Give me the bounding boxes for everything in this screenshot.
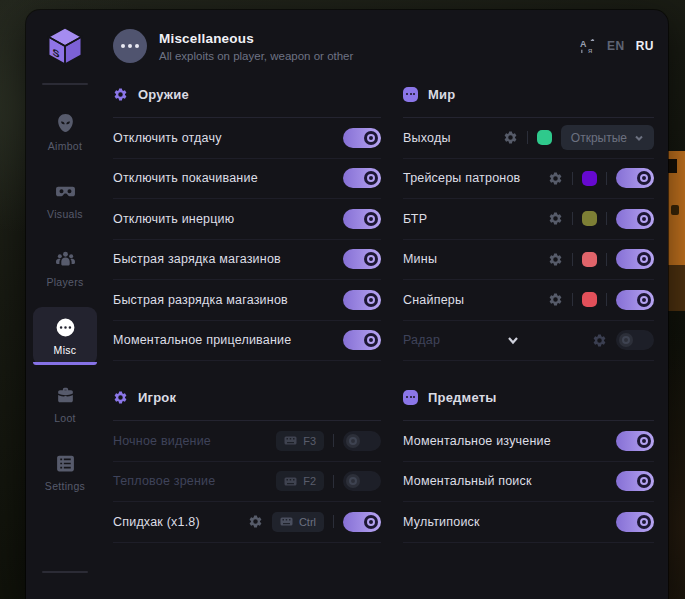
chevron-down-icon	[634, 133, 644, 143]
gear-icon[interactable]	[592, 333, 607, 348]
alien-icon	[55, 113, 76, 134]
exits-dropdown[interactable]: Открытые	[561, 125, 654, 150]
divider	[572, 293, 573, 306]
gear-icon[interactable]	[248, 514, 263, 529]
toggle[interactable]	[616, 209, 654, 229]
color-swatch[interactable]	[582, 171, 597, 186]
sidebar-item-aimbot[interactable]: Aimbot	[33, 103, 97, 161]
gear-icon[interactable]	[548, 252, 563, 267]
feature-label: Радар	[403, 333, 440, 347]
sidebar-item-players[interactable]: Players	[33, 239, 97, 297]
color-swatch[interactable]	[582, 252, 597, 267]
toggle[interactable]	[616, 168, 654, 188]
toggle[interactable]	[343, 128, 381, 148]
section-title: Предметы	[428, 390, 497, 405]
section-title: Мир	[428, 87, 455, 102]
sidebar-item-visuals[interactable]: Visuals	[33, 171, 97, 229]
sidebar-item-misc[interactable]: Misc	[33, 307, 97, 365]
sidebar-item-label: Visuals	[47, 208, 83, 220]
feature-label: Ночное видение	[113, 434, 211, 448]
divider	[572, 253, 573, 266]
hotkey-badge[interactable]: F3	[276, 431, 324, 451]
feature-row: Быстрая разрядка магазинов	[113, 280, 381, 321]
feature-label: Моментальное прицеливание	[113, 333, 291, 347]
sections-grid: Оружие Отключить отдачу Отключить покачи…	[104, 78, 668, 543]
feature-label: Мины	[403, 252, 437, 266]
language-switcher: A я EN RU	[579, 38, 654, 55]
divider	[606, 253, 607, 266]
toggle[interactable]	[343, 330, 381, 350]
color-swatch[interactable]	[582, 211, 597, 226]
toggle[interactable]	[616, 471, 654, 491]
feature-label: Выходы	[403, 131, 451, 145]
briefcase-icon	[55, 385, 76, 406]
feature-row: Ночное видение F3	[113, 421, 381, 462]
feature-row: Моментальное изучение	[403, 421, 654, 462]
hotkey-badge[interactable]: Ctrl	[272, 512, 324, 532]
chevron-down-icon[interactable]	[506, 333, 520, 347]
sidebar-item-label: Aimbot	[48, 140, 82, 152]
left-column: Оружие Отключить отдачу Отключить покачи…	[113, 84, 381, 543]
feature-label: Быстрая разрядка магазинов	[113, 293, 288, 307]
toggle[interactable]	[616, 512, 654, 532]
misc-ellipsis-badge-icon	[113, 29, 147, 63]
color-swatch[interactable]	[537, 130, 552, 145]
gear-icon	[113, 87, 128, 102]
vr-goggles-icon	[55, 181, 76, 202]
toggle[interactable]	[616, 431, 654, 451]
section-title: Игрок	[138, 390, 176, 405]
gear-icon[interactable]	[503, 130, 518, 145]
cheat-menu-window: S G Aimbot Visuals Players Misc Loot Set…	[26, 10, 668, 599]
toggle[interactable]	[343, 512, 381, 532]
section-world: Мир Выходы Открытые Трейсеры патрон	[403, 84, 654, 361]
players-icon	[55, 249, 76, 270]
feature-row: Снайперы	[403, 280, 654, 321]
toggle[interactable]	[343, 209, 381, 229]
section-title: Оружие	[138, 87, 189, 102]
svg-text:A: A	[580, 38, 587, 48]
sidebar-item-settings[interactable]: Settings	[33, 443, 97, 501]
toggle[interactable]	[616, 330, 654, 350]
gear-icon[interactable]	[548, 211, 563, 226]
feature-label: Отключить инерцию	[113, 212, 234, 226]
feature-row: Отключить покачивание	[113, 159, 381, 200]
toggle[interactable]	[616, 290, 654, 310]
dots-icon	[403, 390, 418, 405]
toggle[interactable]	[343, 249, 381, 269]
page-subtitle: All exploits on player, weapon or other	[159, 50, 353, 62]
feature-label: Тепловое зрение	[113, 474, 215, 488]
lang-ru-button[interactable]: RU	[636, 39, 654, 53]
divider	[572, 172, 573, 185]
section-weapon: Оружие Отключить отдачу Отключить покачи…	[113, 84, 381, 361]
feature-label: Снайперы	[403, 293, 464, 307]
list-icon	[55, 453, 76, 474]
game-background-orange-strip-dark	[668, 265, 685, 311]
feature-label: Отключить отдачу	[113, 131, 222, 145]
feature-row: Быстрая зарядка магазинов	[113, 240, 381, 281]
feature-row: Мины	[403, 240, 654, 281]
translate-icon: A я	[579, 38, 596, 55]
sidebar-item-label: Settings	[45, 480, 85, 492]
sidebar-divider	[42, 83, 88, 85]
toggle[interactable]	[343, 168, 381, 188]
divider	[606, 172, 607, 185]
color-swatch[interactable]	[582, 292, 597, 307]
toggle[interactable]	[343, 431, 381, 451]
toggle[interactable]	[616, 249, 654, 269]
toggle[interactable]	[343, 471, 381, 491]
gear-icon[interactable]	[548, 171, 563, 186]
section-player: Игрок Ночное видение F3 Тепловое зрение	[113, 387, 381, 543]
svg-text:я: я	[588, 46, 592, 55]
content-area: Miscellaneous All exploits on player, we…	[104, 10, 668, 599]
ellipsis-icon	[55, 317, 76, 338]
gear-icon	[113, 390, 128, 405]
toggle[interactable]	[343, 290, 381, 310]
section-items: Предметы Моментальное изучение Моменталь…	[403, 387, 654, 543]
lang-en-button[interactable]: EN	[607, 39, 625, 53]
gear-icon[interactable]	[548, 292, 563, 307]
feature-label: Моментальное изучение	[403, 434, 551, 448]
hotkey-badge[interactable]: F2	[276, 471, 324, 491]
keyboard-icon	[284, 436, 297, 445]
page-title: Miscellaneous	[159, 31, 353, 46]
sidebar-item-loot[interactable]: Loot	[33, 375, 97, 433]
